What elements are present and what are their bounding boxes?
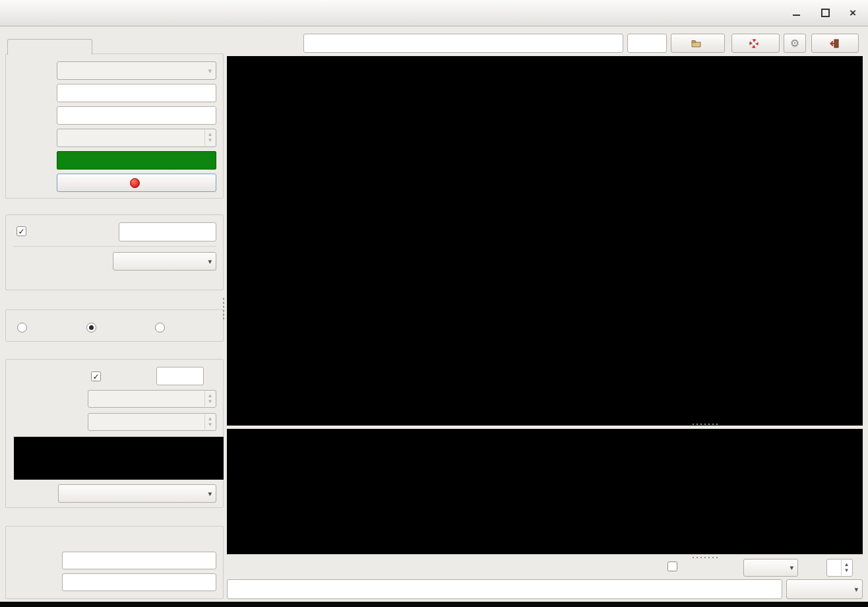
help-lifebuoy-icon xyxy=(749,38,759,49)
stats-maximum-value[interactable] xyxy=(62,552,216,569)
levels-histogram-widget[interactable] xyxy=(14,437,224,480)
folder-icon xyxy=(691,40,701,48)
spin-arrows-icon[interactable]: ▲▼ xyxy=(204,391,215,406)
load-button[interactable] xyxy=(671,34,725,53)
maximize-button[interactable] xyxy=(818,6,832,19)
minimize-icon xyxy=(793,15,800,16)
stacking-spinbox[interactable]: ▲▼ xyxy=(57,129,216,147)
chevron-down-icon: ▾ xyxy=(854,585,858,594)
cut-count-spinbox[interactable]: ▲▼ xyxy=(826,559,853,577)
x-units-select[interactable]: ▾ xyxy=(743,559,798,577)
transformation-select[interactable]: ▾ xyxy=(113,252,216,271)
spin-arrows-icon[interactable]: ▲▼ xyxy=(204,130,215,146)
radio-sqrt[interactable] xyxy=(17,323,27,333)
quit-door-icon xyxy=(828,39,839,48)
window-bottom-edge xyxy=(0,602,868,607)
gradient-select[interactable]: ▾ xyxy=(58,484,216,503)
maximize-icon xyxy=(821,9,830,17)
chevron-down-icon: ▾ xyxy=(790,563,793,572)
refresh-rate-input[interactable] xyxy=(627,34,667,53)
spin-arrows-icon[interactable]: ▲▼ xyxy=(204,414,215,430)
detector-image-canvas[interactable] xyxy=(278,67,859,402)
check-icon: ✓ xyxy=(92,372,99,381)
intensity-panel xyxy=(5,309,224,342)
app-window: × ⚙ ▾ ▲▼ xyxy=(0,0,868,607)
all-linecuts-checkbox[interactable] xyxy=(667,561,677,571)
linecut-1d-chart xyxy=(227,429,863,554)
file-input[interactable] xyxy=(57,84,216,102)
source-select[interactable]: ▾ xyxy=(57,61,216,80)
horizontal-splitter-handle[interactable] xyxy=(691,423,720,426)
auto-levels-input[interactable] xyxy=(156,367,204,385)
stop-button[interactable] xyxy=(57,174,216,192)
radio-linear[interactable] xyxy=(86,323,96,333)
gear-icon: ⚙ xyxy=(790,37,799,49)
spin-arrows-icon[interactable]: ▲▼ xyxy=(841,560,852,575)
image-2d-view[interactable] xyxy=(227,56,863,426)
field-input[interactable] xyxy=(57,106,216,125)
linecut-1d-view[interactable] xyxy=(227,429,863,554)
tool-select[interactable]: ▾ xyxy=(786,579,863,599)
chevron-down-icon: ▾ xyxy=(208,490,212,498)
record-stop-icon xyxy=(130,178,140,188)
help-button[interactable] xyxy=(731,34,780,53)
chevron-down-icon: ▾ xyxy=(208,257,212,266)
levels-histogram-chart xyxy=(14,437,224,480)
close-button[interactable]: × xyxy=(846,6,860,19)
minimize-button[interactable] xyxy=(789,6,803,19)
tab-image-source[interactable] xyxy=(7,39,92,55)
mask-value-input[interactable] xyxy=(119,222,216,241)
vertical-splitter-handle[interactable] xyxy=(222,297,225,319)
close-icon: × xyxy=(850,7,856,18)
divider xyxy=(13,246,216,247)
radio-log[interactable] xyxy=(155,323,165,333)
stats-mean-value[interactable] xyxy=(62,573,216,591)
tab-joint xyxy=(8,53,92,55)
maximum-spinbox[interactable]: ▲▼ xyxy=(88,413,216,431)
title-bar[interactable]: × xyxy=(0,0,868,26)
minimum-spinbox[interactable]: ▲▼ xyxy=(88,390,216,408)
settings-button[interactable]: ⚙ xyxy=(784,34,806,53)
bottom-splitter-handle[interactable] xyxy=(691,556,720,559)
quit-button[interactable] xyxy=(811,34,859,53)
file-name-input[interactable] xyxy=(303,34,623,53)
mask-checkbox[interactable]: ✓ xyxy=(16,226,26,236)
auto-levels-checkbox[interactable]: ✓ xyxy=(91,371,101,381)
status-badge xyxy=(57,151,216,170)
check-icon: ✓ xyxy=(18,227,24,236)
cut-info-input[interactable] xyxy=(227,579,782,599)
chevron-down-icon: ▾ xyxy=(208,67,212,75)
